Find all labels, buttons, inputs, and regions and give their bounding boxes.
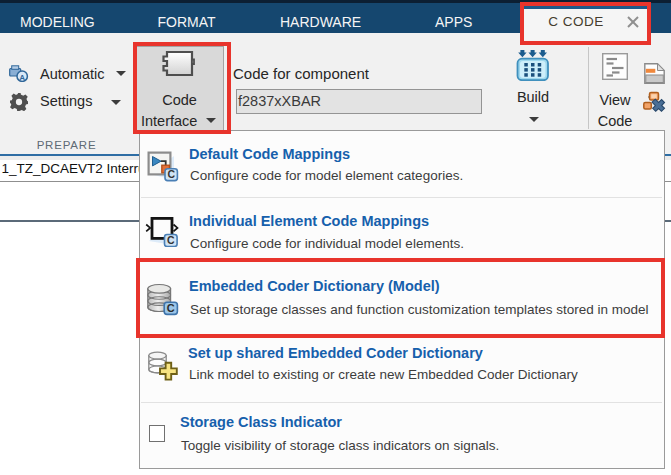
svg-text:C: C	[167, 168, 175, 180]
svg-text:C: C	[167, 234, 175, 246]
svg-text:A: A	[19, 73, 25, 82]
